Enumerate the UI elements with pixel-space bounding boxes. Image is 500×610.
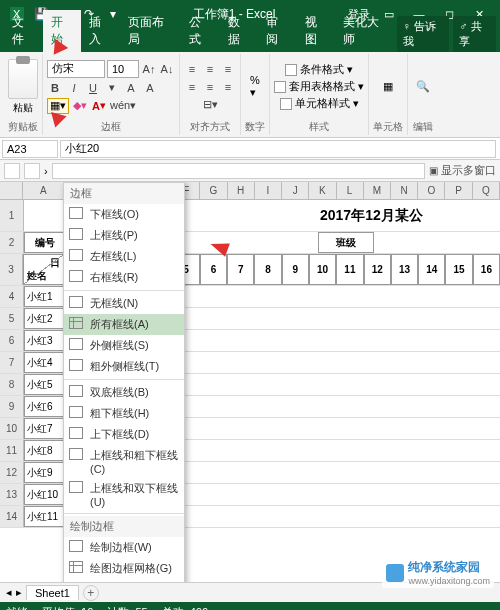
day-12[interactable]: 12 xyxy=(364,254,391,285)
phonetic-button[interactable]: wén▾ xyxy=(110,98,136,114)
dd-left-border[interactable]: 左框线(L) xyxy=(64,246,184,267)
nav-home-icon[interactable] xyxy=(4,163,20,179)
day-11[interactable]: 11 xyxy=(336,254,363,285)
day-10[interactable]: 10 xyxy=(309,254,336,285)
name-box[interactable]: A23 xyxy=(2,140,58,158)
day-9[interactable]: 9 xyxy=(282,254,309,285)
italic-button[interactable]: I xyxy=(66,80,82,96)
dd-top-border[interactable]: 上框线(P) xyxy=(64,225,184,246)
align-ml-icon[interactable]: ≡ xyxy=(184,79,200,95)
align-tr-icon[interactable]: ≡ xyxy=(220,61,236,77)
number-format-button[interactable]: %▾ xyxy=(246,72,264,101)
tab-layout[interactable]: 页面布局 xyxy=(120,10,181,52)
name-3[interactable]: 小红3 xyxy=(24,330,66,351)
dd-double-bottom[interactable]: 双底框线(B) xyxy=(64,382,184,403)
diag-cell[interactable]: 日 姓名 xyxy=(23,254,64,285)
font-color-button[interactable]: A▾ xyxy=(91,98,107,114)
dd-no-border[interactable]: 无框线(N) xyxy=(64,293,184,314)
day-7[interactable]: 7 xyxy=(227,254,254,285)
bold-button[interactable]: B xyxy=(47,80,63,96)
nav-right-label[interactable]: ▣ 显示多窗口 xyxy=(429,163,496,178)
col-M[interactable]: M xyxy=(364,182,391,199)
name-5[interactable]: 小红5 xyxy=(24,374,66,395)
fill-color-button[interactable]: ◆▾ xyxy=(72,98,88,114)
tab-data[interactable]: 数据 xyxy=(220,10,259,52)
dd-thick-outside[interactable]: 粗外侧框线(T) xyxy=(64,356,184,377)
dd-erase-border[interactable]: 擦除边框(E) xyxy=(64,579,184,582)
font-size-box[interactable]: 10 xyxy=(107,60,139,78)
dd-right-border[interactable]: 右框线(R) xyxy=(64,267,184,288)
day-8[interactable]: 8 xyxy=(254,254,281,285)
tab-insert[interactable]: 插入 xyxy=(81,10,120,52)
col-J[interactable]: J xyxy=(282,182,309,199)
day-13[interactable]: 13 xyxy=(391,254,418,285)
nav-chevron-icon[interactable]: › xyxy=(44,165,48,177)
row-13[interactable]: 13 xyxy=(0,484,24,505)
font-a1[interactable]: A xyxy=(123,80,139,96)
tab-review[interactable]: 审阅 xyxy=(258,10,297,52)
day-15[interactable]: 15 xyxy=(445,254,472,285)
row-4[interactable]: 4 xyxy=(0,286,24,307)
nav-path[interactable] xyxy=(52,163,426,179)
header-id[interactable]: 编号 xyxy=(24,232,66,253)
day-16[interactable]: 16 xyxy=(473,254,500,285)
name-9[interactable]: 小红9 xyxy=(24,462,66,483)
tab-formula[interactable]: 公式 xyxy=(181,10,220,52)
col-Q[interactable]: Q xyxy=(473,182,500,199)
name-8[interactable]: 小红8 xyxy=(24,440,66,461)
font-name-box[interactable]: 仿宋 xyxy=(47,60,105,78)
name-4[interactable]: 小红4 xyxy=(24,352,66,373)
align-tc-icon[interactable]: ≡ xyxy=(202,61,218,77)
col-N[interactable]: N xyxy=(391,182,418,199)
paste-button[interactable] xyxy=(8,59,38,99)
header-banji[interactable]: 班级 xyxy=(318,232,374,253)
dd-draw-grid[interactable]: 绘图边框网格(G) xyxy=(64,558,184,579)
align-mr-icon[interactable]: ≡ xyxy=(220,79,236,95)
tab-file[interactable]: 文件 xyxy=(4,10,43,52)
font-a2[interactable]: A xyxy=(142,80,158,96)
col-A[interactable]: A xyxy=(23,182,64,199)
name-6[interactable]: 小红6 xyxy=(24,396,66,417)
row-9[interactable]: 9 xyxy=(0,396,24,417)
row-7[interactable]: 7 xyxy=(0,352,24,373)
underline-button[interactable]: U xyxy=(85,80,101,96)
row-14[interactable]: 14 xyxy=(0,506,24,527)
row-3[interactable]: 3 xyxy=(0,254,23,285)
name-7[interactable]: 小红7 xyxy=(24,418,66,439)
row-11[interactable]: 11 xyxy=(0,440,24,461)
increase-font-icon[interactable]: A↑ xyxy=(141,61,157,77)
day-14[interactable]: 14 xyxy=(418,254,445,285)
merge-button[interactable]: ⊟▾ xyxy=(202,97,218,113)
tab-beauty[interactable]: 美化大师 xyxy=(335,10,396,52)
dd-all-borders[interactable]: 所有框线(A) xyxy=(64,314,184,335)
sheet-nav-prev-icon[interactable]: ◂ xyxy=(6,586,12,599)
name-1[interactable]: 小红1 xyxy=(24,286,66,307)
sheet-tab-1[interactable]: Sheet1 xyxy=(26,585,79,600)
day-6[interactable]: 6 xyxy=(200,254,227,285)
dd-bottom-border[interactable]: 下框线(O) xyxy=(64,204,184,225)
cond-format-button[interactable]: 条件格式▾ xyxy=(285,62,353,77)
nav-folder-icon[interactable] xyxy=(24,163,40,179)
dd-thick-bottom[interactable]: 粗下框线(H) xyxy=(64,403,184,424)
edit-button[interactable]: 🔍 xyxy=(412,78,434,95)
col-L[interactable]: L xyxy=(337,182,364,199)
row-12[interactable]: 12 xyxy=(0,462,24,483)
dd-top-thick-bottom[interactable]: 上框线和粗下框线(C) xyxy=(64,445,184,478)
row-2[interactable]: 2 xyxy=(0,232,24,253)
cell-style-button[interactable]: 单元格样式▾ xyxy=(280,96,359,111)
formula-input[interactable]: 小红20 xyxy=(60,140,496,158)
col-G[interactable]: G xyxy=(200,182,227,199)
dd-top-bottom[interactable]: 上下框线(D) xyxy=(64,424,184,445)
align-tl-icon[interactable]: ≡ xyxy=(184,61,200,77)
font-more[interactable]: ▾ xyxy=(104,80,120,96)
select-all-corner[interactable] xyxy=(0,182,23,199)
col-K[interactable]: K xyxy=(309,182,336,199)
table-format-button[interactable]: 套用表格格式▾ xyxy=(274,79,364,94)
share-button[interactable]: ♂ 共享 xyxy=(453,16,496,52)
tell-me[interactable]: ♀ 告诉我 xyxy=(397,16,450,52)
row-1[interactable]: 1 xyxy=(0,200,24,231)
align-mc-icon[interactable]: ≡ xyxy=(202,79,218,95)
sheet-nav-next-icon[interactable]: ▸ xyxy=(16,586,22,599)
tab-view[interactable]: 视图 xyxy=(297,10,336,52)
col-I[interactable]: I xyxy=(255,182,282,199)
